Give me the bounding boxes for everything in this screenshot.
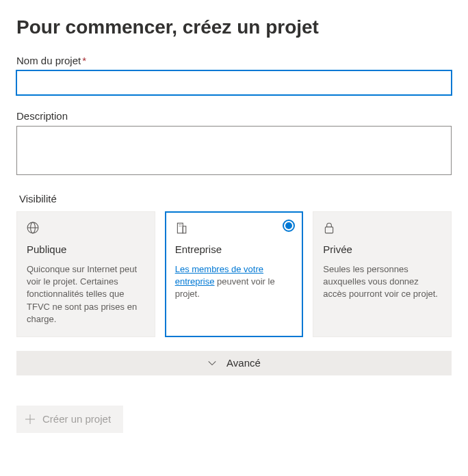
svg-rect-3 <box>177 223 183 233</box>
radio-selected-icon <box>283 220 295 232</box>
project-name-input[interactable] <box>16 70 452 95</box>
description-label: Description <box>16 110 452 122</box>
visibility-option-private[interactable]: Privée Seules les personnes auxquelles v… <box>313 211 452 337</box>
card-title: Publique <box>27 243 145 255</box>
page-title: Pour commencer, créez un projet <box>16 16 452 38</box>
create-button-label: Créer un projet <box>42 413 111 425</box>
visibility-options: Publique Quiconque sur Internet peut voi… <box>16 211 452 337</box>
visibility-option-public[interactable]: Publique Quiconque sur Internet peut voi… <box>16 211 155 337</box>
card-title: Privée <box>323 243 441 255</box>
advanced-label: Avancé <box>226 357 261 369</box>
lock-icon <box>323 222 335 234</box>
card-description: Quiconque sur Internet peut voir le proj… <box>27 263 145 326</box>
svg-rect-4 <box>183 226 186 233</box>
visibility-option-enterprise[interactable]: Entreprise Les membres de votre entrepri… <box>165 211 304 337</box>
chevron-down-icon <box>207 358 217 368</box>
project-name-label: Nom du projet* <box>16 55 452 66</box>
globe-icon <box>27 222 39 234</box>
card-description: Seules les personnes auxquelles vous don… <box>323 263 441 301</box>
visibility-label: Visibilité <box>19 193 452 204</box>
card-title: Entreprise <box>175 243 294 255</box>
advanced-toggle[interactable]: Avancé <box>16 351 452 375</box>
card-description: Les membres de votre entreprise peuvent … <box>175 263 294 301</box>
building-icon <box>175 222 187 234</box>
required-indicator: * <box>82 55 86 66</box>
plus-icon <box>25 414 36 425</box>
create-project-button[interactable]: Créer un projet <box>16 406 123 433</box>
description-input[interactable] <box>16 126 452 175</box>
svg-rect-9 <box>326 227 333 233</box>
